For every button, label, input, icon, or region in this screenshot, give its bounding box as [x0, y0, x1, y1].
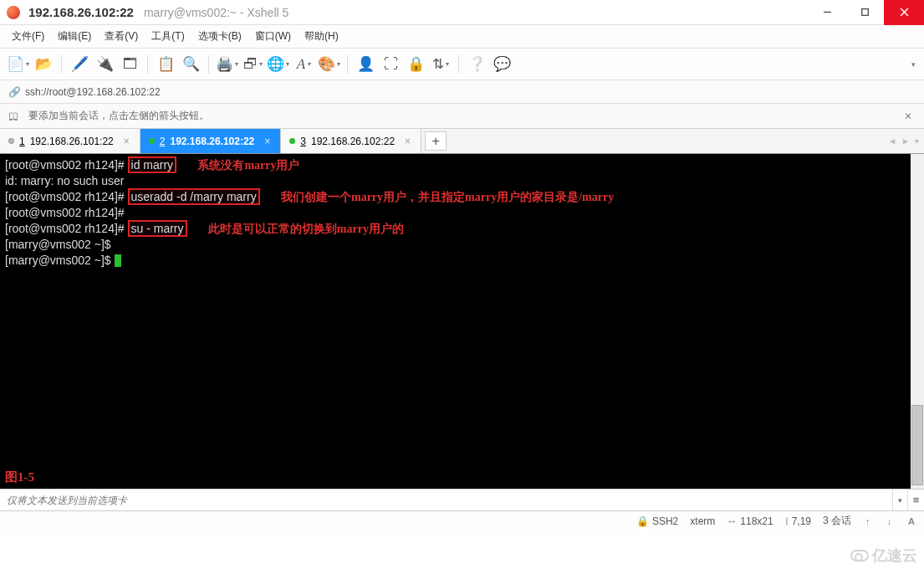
menu-view[interactable]: 查看(V)	[98, 26, 145, 47]
prompt: [root@vms002 rh124]#	[5, 158, 128, 172]
tab-list-icon[interactable]: ▾	[915, 136, 919, 146]
fullscreen-icon[interactable]: ⛶	[380, 54, 401, 75]
info-bar: 🕮 要添加当前会话，点击左侧的箭头按钮。 ✕	[0, 104, 924, 129]
minimize-button[interactable]	[809, 0, 846, 25]
color-icon[interactable]: 🎨	[318, 54, 340, 75]
menu-window[interactable]: 窗口(W)	[248, 26, 298, 47]
output-line: [marry@vms002 ~]$	[5, 238, 111, 251]
status-down-icon[interactable]: ↓	[885, 516, 895, 526]
terminal-area: [root@vms002 rh124]# id marry 系统没有marry用…	[0, 154, 924, 489]
status-protocol: 🔒SSH2	[636, 515, 678, 527]
layout-icon[interactable]: 🗗	[242, 54, 263, 75]
status-dot-icon	[149, 138, 155, 144]
toolbar: 📄 📂 🖊️ 🔌 🗔 📋 🔍 🖨️ 🗗 🌐 A 🎨 👤 ⛶ 🔒 ⇅ ❔ 💬 ▾	[0, 49, 924, 80]
prompt: [root@vms002 rh124]#	[5, 190, 128, 203]
window-title-primary: 192.168.26.102:22	[28, 5, 134, 19]
menu-tools[interactable]: 工具(T)	[145, 26, 191, 47]
maximize-button[interactable]	[846, 0, 884, 25]
disconnect-icon[interactable]: 🔌	[94, 54, 115, 75]
paste-icon[interactable]: 🔍	[180, 54, 202, 75]
size-icon: ↔	[727, 515, 737, 527]
lock-icon[interactable]: 🔒	[405, 54, 426, 75]
scrollbar-thumb[interactable]	[911, 405, 923, 485]
toolbar-separator	[458, 55, 459, 74]
tab-label: 192.168.26.101:22	[30, 136, 114, 147]
status-cursor-pos: ⁞7,19	[785, 515, 811, 527]
prompt: [root@vms002 rh124]#	[5, 222, 128, 235]
menu-file[interactable]: 文件(F)	[5, 26, 51, 47]
transfer-icon[interactable]: ⇅	[430, 54, 452, 75]
open-folder-icon[interactable]: 📂	[33, 54, 54, 75]
tab-number: 2	[160, 136, 166, 147]
reconnect-icon[interactable]: 🖊️	[69, 54, 90, 75]
window-controls	[809, 0, 924, 25]
session-tab-1[interactable]: 1 192.168.26.101:22 ×	[0, 129, 140, 153]
font-icon[interactable]: A	[293, 54, 314, 75]
status-up-icon[interactable]: ↑	[863, 516, 873, 526]
compose-icon[interactable]: 💬	[491, 54, 513, 75]
link-icon: 🔗	[8, 86, 20, 98]
toolbar-separator	[147, 55, 148, 74]
properties-icon[interactable]: 🗔	[119, 54, 140, 75]
tab-close-icon[interactable]: ×	[263, 136, 272, 147]
cursor-pos-icon: ⁞	[785, 515, 789, 527]
command-highlight: id marry	[128, 156, 177, 173]
menu-edit[interactable]: 编辑(E)	[51, 26, 98, 47]
info-text: 要添加当前会话，点击左侧的箭头按钮。	[28, 109, 209, 123]
print-icon[interactable]: 🖨️	[216, 54, 238, 75]
lock-icon: 🔒	[636, 515, 649, 527]
copy-icon[interactable]: 📋	[155, 54, 176, 75]
user-icon[interactable]: 👤	[355, 54, 376, 75]
menu-tabs[interactable]: 选项卡(B)	[191, 26, 248, 47]
toolbar-separator	[208, 55, 209, 74]
send-bar: ▾ ≡	[0, 489, 924, 510]
cursor-icon	[115, 254, 121, 267]
bookmark-arrow-icon[interactable]: 🕮	[8, 110, 22, 122]
tab-label: 192.168.26.102:22	[311, 136, 395, 147]
tab-number: 3	[300, 136, 306, 147]
status-dot-icon	[289, 138, 295, 144]
status-terminal-type: xterm	[690, 515, 715, 527]
send-target-dropdown[interactable]: ▾	[892, 490, 907, 510]
send-history-icon[interactable]: ≡	[907, 490, 924, 510]
info-close-icon[interactable]: ✕	[901, 110, 916, 122]
tab-label: 192.168.26.102:22	[171, 136, 255, 147]
toolbar-separator	[61, 55, 62, 74]
annotation: 我们创建一个marry用户，并且指定marry用户的家目录是/marry	[281, 191, 614, 203]
globe-icon[interactable]: 🌐	[267, 54, 289, 75]
prompt: [marry@vms002 ~]$	[5, 254, 115, 267]
svg-rect-1	[862, 9, 869, 16]
status-bar: 🔒SSH2 xterm ↔118x21 ⁞7,19 3 会话 ↑ ↓ A	[0, 510, 924, 531]
address-bar: 🔗 ssh://root@192.168.26.102:22	[0, 80, 924, 104]
output-line: id: marry: no such user	[5, 174, 124, 187]
terminal-scrollbar[interactable]	[911, 154, 924, 489]
terminal[interactable]: [root@vms002 rh124]# id marry 系统没有marry用…	[0, 154, 911, 489]
tab-nav: ◄ ► ▾	[883, 129, 924, 153]
figure-label: 图1-5	[5, 469, 34, 485]
tab-close-icon[interactable]: ×	[122, 136, 131, 147]
send-input[interactable]	[0, 490, 892, 510]
title-bar: 192.168.26.102:22 marry@vms002:~ - Xshel…	[0, 0, 924, 25]
watermark-text: 亿速云	[872, 546, 917, 566]
tab-number: 1	[19, 136, 25, 147]
close-button[interactable]	[884, 0, 924, 25]
address-text[interactable]: ssh://root@192.168.26.102:22	[25, 86, 161, 98]
toolbar-separator	[347, 55, 348, 74]
status-dot-icon	[8, 138, 14, 144]
command-highlight: useradd -d /marry marry	[128, 188, 260, 205]
new-session-icon[interactable]: 📄	[7, 54, 29, 75]
toolbar-overflow-icon[interactable]: ▾	[907, 55, 919, 74]
tab-prev-icon[interactable]: ◄	[888, 136, 896, 146]
session-tab-2[interactable]: 2 192.168.26.102:22 ×	[140, 129, 281, 153]
tab-next-icon[interactable]: ►	[901, 136, 910, 146]
help-icon[interactable]: ❔	[466, 54, 488, 75]
tab-close-icon[interactable]: ×	[403, 136, 412, 147]
add-tab-button[interactable]: +	[425, 131, 447, 151]
menu-help[interactable]: 帮助(H)	[298, 26, 345, 47]
app-icon	[7, 6, 20, 19]
status-sessions: 3 会话	[823, 514, 851, 528]
annotation: 此时是可以正常的切换到marry用户的	[208, 223, 404, 235]
session-tab-3[interactable]: 3 192.168.26.102:22 ×	[281, 129, 421, 153]
output-line: [root@vms002 rh124]#	[5, 206, 125, 219]
watermark-icon	[850, 550, 869, 561]
